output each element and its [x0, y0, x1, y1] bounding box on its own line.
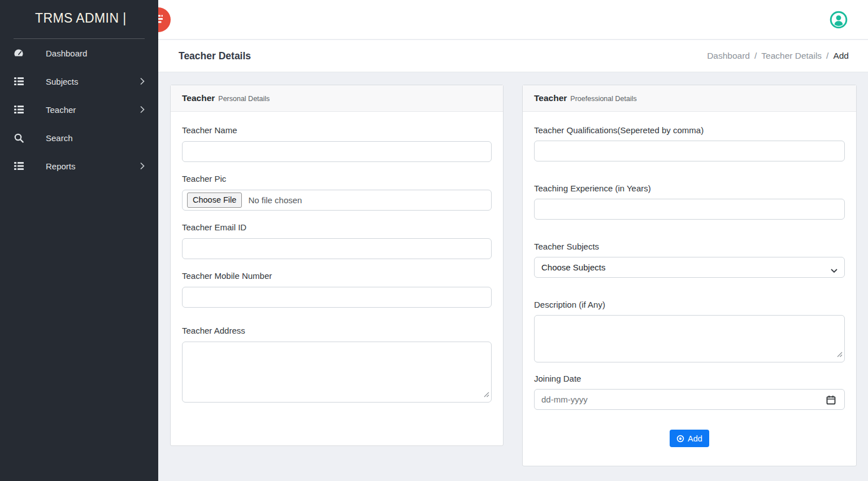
field-teacher-email: Teacher Email ID: [182, 222, 492, 259]
teacher-email-input[interactable]: [182, 238, 492, 259]
teacher-address-textarea[interactable]: [182, 342, 492, 403]
list-icon: [14, 76, 24, 86]
list-icon: [14, 161, 24, 171]
teacher-email-label: Teacher Email ID: [182, 222, 492, 233]
dot-circle-icon: [676, 435, 684, 443]
teacher-mobile-input[interactable]: [182, 287, 492, 308]
field-qualifications: Teacher Qualifications(Sepereted by comm…: [534, 125, 845, 161]
field-teacher-name: Teacher Name: [182, 125, 492, 162]
card-body: Teacher Name Teacher Pic Choose File No …: [171, 112, 503, 403]
page-header: Teacher Details Dashboard / Teacher Deta…: [158, 40, 868, 72]
field-teacher-address: Teacher Address: [182, 326, 492, 403]
sidebar-item-label: Search: [46, 133, 73, 143]
sidebar-item-dashboard[interactable]: Dashboard: [0, 39, 158, 67]
card-title: Teacher: [534, 93, 567, 103]
teacher-mobile-label: Teacher Mobile Number: [182, 271, 492, 281]
calendar-icon[interactable]: [826, 395, 836, 406]
teacher-subjects-label: Teacher Subjects: [534, 242, 845, 252]
sidebar-nav: Dashboard Subjects Teacher Search: [0, 39, 158, 180]
speedometer-icon: [14, 48, 24, 58]
user-circle-icon: [830, 22, 848, 30]
brand-title: TRMS ADMIN |: [0, 0, 158, 38]
chevron-right-icon: [140, 106, 145, 113]
list-icon: [14, 104, 24, 115]
chevron-right-icon: [140, 163, 145, 169]
file-status-text: No file chosen: [248, 195, 302, 205]
teacher-address-label: Teacher Address: [182, 326, 492, 336]
sidebar-item-reports[interactable]: Reports: [0, 152, 158, 180]
teaching-experience-label: Teaching Experience (in Years): [534, 183, 845, 194]
sidebar-item-label: Teacher: [46, 105, 76, 115]
search-icon: [14, 133, 24, 143]
field-joining-date: Joining Date dd-mm-yyyy: [534, 374, 845, 410]
breadcrumb-teacher-details[interactable]: Teacher Details: [761, 51, 822, 61]
sidebar-item-label: Subjects: [46, 77, 79, 86]
add-button-label: Add: [688, 434, 702, 443]
teacher-professional-details-card: Teacher Proefessional Details Teacher Qu…: [522, 85, 857, 466]
field-description: Description (if Any): [534, 300, 845, 362]
teaching-experience-input[interactable]: [534, 199, 845, 220]
card-body: Teacher Qualifications(Sepereted by comm…: [523, 112, 856, 447]
teacher-subjects-select[interactable]: Choose Subjects: [534, 257, 845, 278]
field-experience: Teaching Experience (in Years): [534, 183, 845, 220]
sidebar-item-label: Reports: [46, 161, 76, 171]
card-subtitle: Proefessional Details: [570, 95, 636, 103]
card-title: Teacher: [182, 93, 215, 103]
teacher-pic-file-input[interactable]: Choose File No file chosen: [182, 190, 492, 211]
choose-file-button[interactable]: Choose File: [187, 193, 242, 208]
teacher-personal-details-card: Teacher Personal Details Teacher Name Te…: [170, 85, 504, 446]
field-subjects: Teacher Subjects Choose Subjects: [534, 242, 845, 278]
form-actions: Add: [534, 430, 845, 447]
field-teacher-pic: Teacher Pic Choose File No file chosen: [182, 174, 492, 211]
sidebar-item-label: Dashboard: [46, 49, 87, 58]
sidebar-item-subjects[interactable]: Subjects: [0, 67, 158, 95]
breadcrumb-add: Add: [833, 51, 849, 61]
breadcrumb-separator: /: [754, 51, 757, 61]
topbar: [158, 0, 868, 40]
teacher-qualifications-input[interactable]: [534, 141, 845, 161]
card-header: Teacher Proefessional Details: [523, 85, 856, 112]
selected-option-text: Choose Subjects: [541, 263, 605, 272]
date-placeholder: dd-mm-yyyy: [541, 395, 588, 404]
teacher-pic-label: Teacher Pic: [182, 174, 492, 184]
teacher-name-input[interactable]: [182, 141, 492, 162]
description-label: Description (if Any): [534, 300, 845, 310]
main-content: Teacher Personal Details Teacher Name Te…: [158, 72, 868, 481]
field-teacher-mobile: Teacher Mobile Number: [182, 271, 492, 308]
card-subtitle: Personal Details: [218, 95, 270, 103]
page-title: Teacher Details: [179, 50, 251, 62]
teacher-qualifications-label: Teacher Qualifications(Sepereted by comm…: [534, 125, 845, 135]
description-textarea[interactable]: [534, 315, 845, 362]
breadcrumb: Dashboard / Teacher Details / Add: [707, 51, 849, 61]
joining-date-input[interactable]: dd-mm-yyyy: [534, 389, 845, 410]
chevron-right-icon: [140, 78, 145, 85]
sidebar-item-teacher[interactable]: Teacher: [0, 95, 158, 124]
sidebar: TRMS ADMIN | Dashboard Subjects Teacher: [0, 0, 158, 481]
chevron-down-icon: [831, 265, 837, 275]
user-menu-button[interactable]: [830, 11, 848, 29]
card-header: Teacher Personal Details: [171, 85, 503, 112]
breadcrumb-dashboard[interactable]: Dashboard: [707, 51, 750, 61]
teacher-name-label: Teacher Name: [182, 125, 492, 135]
add-button[interactable]: Add: [670, 430, 709, 447]
sidebar-item-search[interactable]: Search: [0, 124, 158, 152]
joining-date-label: Joining Date: [534, 374, 845, 384]
breadcrumb-separator: /: [826, 51, 828, 61]
